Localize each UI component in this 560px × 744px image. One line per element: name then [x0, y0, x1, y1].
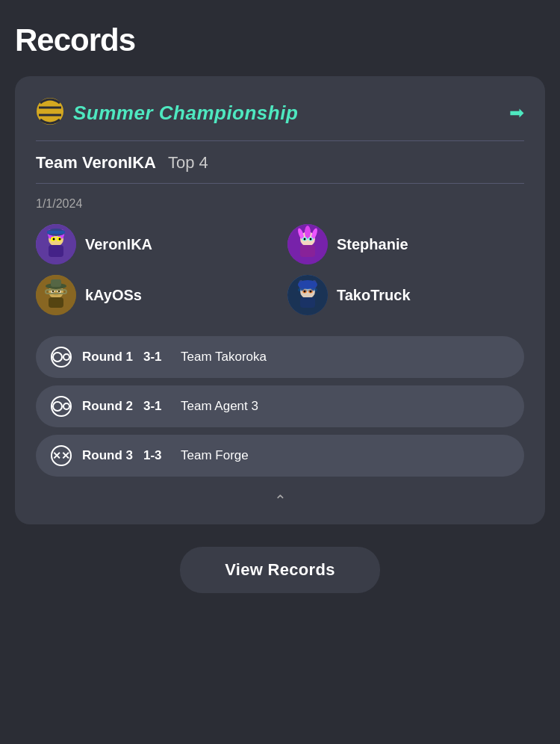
svg-rect-28 [49, 297, 63, 308]
round-1-result-icon [51, 347, 72, 368]
round-3-opponent: Team Forge [181, 448, 249, 463]
view-records-button[interactable]: View Records [180, 547, 379, 593]
team-row: Team VeronIKA Top 4 [36, 153, 524, 173]
player-name-stephanie: Stephanie [337, 236, 408, 253]
svg-point-12 [53, 238, 55, 241]
page-title: Records [15, 22, 545, 58]
header-divider [36, 140, 524, 141]
navigate-arrow-icon[interactable]: ➡ [509, 102, 524, 123]
round-1-score: 3-1 [143, 350, 170, 365]
player-name-veronika: VeronIKA [85, 236, 152, 253]
svg-rect-30 [51, 279, 61, 287]
tournament-icon [36, 97, 64, 128]
round-1-label: Round 1 [82, 350, 133, 365]
championship-card: Summer Championship ➡ Team VeronIKA Top … [15, 76, 545, 524]
player-item-kayoss: kAyOSs [36, 275, 273, 315]
card-header: Summer Championship ➡ [36, 97, 524, 128]
player-item-stephanie: Stephanie [287, 224, 524, 264]
round-3-score: 1-3 [143, 448, 170, 463]
round-1-opponent: Team Takoroka [181, 350, 267, 365]
tournament-title: Summer Championship [73, 102, 298, 125]
team-name: Team VeronIKA [36, 153, 156, 173]
avatar-kayoss [36, 275, 76, 315]
avatar-takotruck [287, 275, 328, 315]
svg-point-21 [305, 226, 311, 239]
svg-rect-39 [300, 297, 315, 308]
player-name-kayoss: kAyOSs [85, 287, 142, 304]
player-name-takotruck: TakoTruck [337, 287, 411, 304]
round-2-score: 3-1 [143, 399, 170, 414]
svg-rect-18 [300, 245, 315, 257]
round-2-label: Round 2 [82, 399, 133, 414]
card-header-left: Summer Championship [36, 97, 298, 128]
svg-point-24 [304, 238, 306, 241]
collapse-icon: ⌃ [274, 492, 287, 509]
collapse-button[interactable]: ⌃ [36, 492, 524, 509]
round-3-result-icon: ✕ [51, 445, 72, 466]
svg-point-25 [310, 238, 312, 241]
player-item-takotruck: TakoTruck [287, 275, 524, 315]
rounds-list: Round 1 3-1 Team Takoroka Round 2 3-1 Te… [36, 336, 524, 477]
team-placement: Top 4 [168, 153, 208, 173]
svg-point-13 [59, 238, 61, 241]
round-item-3: ✕ Round 3 1-3 Team Forge [36, 435, 524, 477]
svg-rect-47 [298, 288, 317, 291]
player-item-veronika: VeronIKA [36, 224, 273, 264]
avatar-stephanie [287, 224, 328, 264]
round-3-label: Round 3 [82, 448, 133, 463]
team-divider [36, 183, 524, 184]
svg-rect-7 [49, 245, 63, 257]
round-item-2: Round 2 3-1 Team Agent 3 [36, 385, 524, 427]
round-2-opponent: Team Agent 3 [181, 399, 258, 414]
avatar-veronika [36, 224, 76, 264]
round-item-1: Round 1 3-1 Team Takoroka [36, 336, 524, 378]
match-date: 1/1/2024 [36, 197, 524, 211]
svg-rect-15 [47, 231, 65, 234]
round-2-result-icon [51, 396, 72, 417]
svg-point-42 [298, 280, 317, 289]
players-grid: VeronIKA Stephanie [36, 224, 524, 315]
